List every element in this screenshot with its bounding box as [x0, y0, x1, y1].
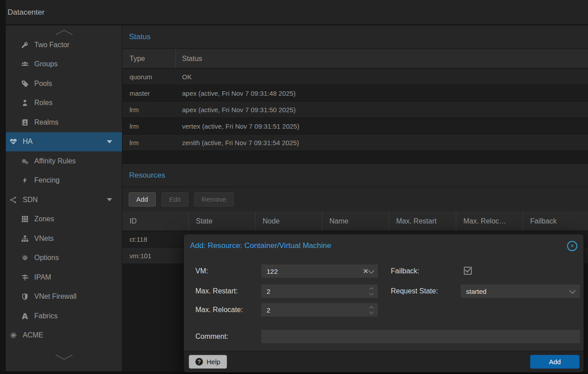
sidebar-item-label: VNet Firewall: [34, 293, 77, 301]
dialog-title: Add: Resource: Container/Virtual Machine: [190, 241, 331, 250]
sidebar-item-roles[interactable]: Roles: [6, 94, 122, 113]
sidebar-item-label: Zones: [34, 215, 54, 223]
close-icon[interactable]: ×: [567, 241, 577, 251]
chevron-down-icon[interactable]: [569, 288, 576, 294]
sidebar-item-ipam[interactable]: IPAM: [6, 268, 122, 287]
table-row[interactable]: masterapex (active, Fri Nov 7 09:31:48 2…: [122, 85, 588, 102]
remove-button[interactable]: Remove: [194, 192, 234, 207]
column-header-max-restart[interactable]: Max. Restart: [389, 211, 456, 231]
failback-label: Failback:: [391, 264, 419, 278]
sidebar-item-label: Pools: [34, 80, 52, 88]
sidebar-item-two-factor[interactable]: Two Factor: [6, 35, 122, 55]
address-book-icon: [21, 119, 30, 126]
table-row[interactable]: lrmzenith (active, Fri Nov 7 09:31:54 20…: [122, 134, 588, 151]
sidebar-scroll-overlay: [6, 351, 122, 371]
max-restart-value: 2: [267, 288, 270, 295]
chevron-down-icon[interactable]: [368, 268, 374, 274]
column-header-max-reloc-[interactable]: Max. Reloc…: [456, 211, 523, 231]
gears-icon: [21, 158, 30, 165]
app-header: Datacenter: [6, 0, 588, 25]
sidebar-item-label: Groups: [34, 60, 57, 68]
request-state-label: Request State:: [391, 285, 438, 298]
column-header-state[interactable]: State: [189, 211, 255, 231]
users-icon: [21, 61, 30, 68]
sidebar-item-label: Fabrics: [34, 312, 57, 320]
sidebar-item-acme[interactable]: ACME: [6, 326, 122, 346]
sidebar-item-fabrics[interactable]: Fabrics: [6, 306, 122, 326]
add-button-label: Add: [549, 358, 561, 366]
status-table-header: TypeStatus: [122, 49, 588, 69]
column-header-name[interactable]: Name: [322, 211, 389, 231]
request-state-select[interactable]: started: [461, 285, 580, 298]
failback-checkbox[interactable]: [464, 267, 472, 275]
sidebar-item-label: Affinity Rules: [34, 157, 76, 165]
table-row[interactable]: quorumOK: [122, 69, 588, 85]
chevron-down-icon[interactable]: [54, 354, 74, 362]
sidebar-item-sdn[interactable]: SDN: [6, 190, 122, 210]
sidebar-item-label: Roles: [34, 99, 53, 107]
sidebar-item-label: HA: [23, 138, 32, 146]
sidebar-item-vnets[interactable]: VNets: [6, 229, 122, 248]
status-table-empty-area: [122, 151, 588, 163]
table-row[interactable]: lrmapex (active, Fri Nov 7 09:31:50 2025…: [122, 102, 588, 118]
road-icon: [21, 313, 30, 320]
spinner-down-icon[interactable]: [369, 310, 374, 314]
sidebar-item-label: SDN: [23, 196, 38, 204]
shield-icon: [21, 293, 30, 300]
help-button[interactable]: ? Help: [189, 355, 227, 369]
sidebar-item-label: Realms: [34, 118, 58, 126]
dialog-add-button[interactable]: Add: [530, 355, 580, 369]
help-button-label: Help: [207, 358, 220, 366]
vm-combobox[interactable]: 122 ×: [261, 264, 378, 278]
max-relocate-spinner[interactable]: 2: [261, 303, 378, 317]
sidebar-item-label: Fencing: [34, 176, 60, 184]
sidebar-item-realms[interactable]: Realms: [6, 113, 122, 132]
app: Datacenter Two FactorGroupsPoolsRolesRea…: [0, 0, 588, 374]
edit-button[interactable]: Edit: [162, 192, 188, 207]
sidebar-item-options[interactable]: Options: [6, 248, 122, 268]
chevron-down-icon[interactable]: [107, 198, 112, 201]
add-button[interactable]: Add: [129, 192, 156, 207]
table-row[interactable]: lrmvertex (active, Fri Nov 7 09:31:51 20…: [122, 118, 588, 134]
sidebar-item-label: ACME: [23, 331, 43, 339]
sidebar-item-label: IPAM: [34, 273, 51, 281]
max-relocate-value: 2: [267, 306, 270, 314]
max-restart-spinner[interactable]: 2: [261, 285, 378, 298]
grid-icon: [21, 215, 30, 223]
signpost-icon: [21, 274, 30, 281]
sidebar-item-label: Options: [34, 254, 59, 262]
page-title: Datacenter: [8, 8, 45, 17]
sidebar-item-label: Two Factor: [34, 41, 69, 49]
sidebar-item-fencing[interactable]: Fencing: [6, 171, 122, 191]
spinner-down-icon[interactable]: [369, 291, 374, 296]
column-header-type[interactable]: Type: [122, 49, 176, 68]
status-panel-title-text: Status: [129, 33, 150, 41]
column-header-failback[interactable]: Failback: [523, 211, 588, 231]
sidebar-item-groups[interactable]: Groups: [6, 55, 122, 74]
max-relocate-label: Max. Relocate:: [195, 303, 243, 317]
sidebar-item-affinity-rules[interactable]: Affinity Rules: [6, 151, 122, 171]
column-header-node[interactable]: Node: [255, 211, 322, 231]
sidebar: Two FactorGroupsPoolsRolesRealmsHAAffini…: [6, 25, 122, 371]
clear-icon[interactable]: ×: [363, 267, 368, 275]
column-header-status[interactable]: Status: [176, 49, 588, 68]
network-icon: [10, 196, 19, 203]
sidebar-item-zones[interactable]: Zones: [6, 210, 122, 229]
bolt-icon: [21, 177, 30, 184]
request-state-value: started: [466, 288, 487, 295]
sidebar-item-ha[interactable]: HA: [6, 132, 122, 152]
sidebar-item-vnet-firewall[interactable]: VNet Firewall: [6, 287, 122, 307]
resources-panel-title-text: Resources: [129, 171, 165, 180]
vm-value: 122: [267, 268, 278, 275]
max-restart-label: Max. Restart:: [195, 285, 238, 298]
status-panel-title: Status: [122, 25, 588, 49]
heartbeat-icon: [10, 138, 19, 145]
chevron-down-icon[interactable]: [107, 140, 112, 143]
person-icon: [21, 99, 30, 106]
column-header-id[interactable]: ID: [122, 211, 189, 231]
sitemap-icon: [21, 235, 30, 242]
resources-panel-title: Resources: [122, 163, 588, 187]
comment-input[interactable]: [261, 330, 580, 343]
sidebar-tree: Two FactorGroupsPoolsRolesRealmsHAAffini…: [6, 35, 122, 365]
sidebar-item-pools[interactable]: Pools: [6, 74, 122, 94]
